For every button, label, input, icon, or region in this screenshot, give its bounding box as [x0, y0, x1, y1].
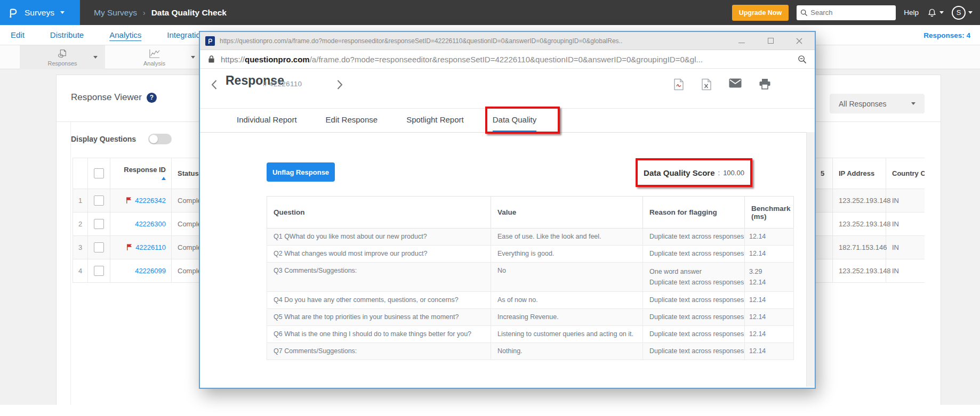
country-code-header[interactable]: Country Co: [886, 158, 925, 189]
benchmark-cell: 3.2912.14: [745, 263, 794, 292]
row-checkbox-cell: [88, 213, 110, 236]
subnav-item-analytics[interactable]: Analytics: [109, 30, 141, 39]
reason-cell: Duplicate text across responses: [643, 326, 745, 343]
tab-data-quality[interactable]: Data Quality: [493, 109, 537, 132]
help-link[interactable]: Help: [904, 9, 919, 17]
row-number: 4: [73, 259, 88, 283]
divider: [70, 122, 71, 405]
benchmark-cell: 12.14: [745, 309, 794, 326]
table-row: Q7 Comments/Suggestions: Nothing. Duplic…: [267, 343, 794, 360]
analysis-icon: [148, 48, 161, 59]
toolbar-analysis-label: Analysis: [143, 60, 165, 67]
minimize-button[interactable]: [738, 37, 745, 45]
toggle-knob: [149, 135, 158, 143]
breadcrumb-current: Data Quality Check: [151, 8, 227, 18]
tab-edit-response[interactable]: Edit Response: [326, 109, 378, 132]
toolbar-analysis-button[interactable]: Analysis: [105, 45, 204, 69]
chevron-down-icon: [60, 11, 65, 14]
display-questions-toggle[interactable]: [148, 134, 172, 144]
url-path: /a/frame.do?mode=responseeditor&response…: [310, 55, 703, 64]
response-id-link[interactable]: 42226342: [135, 197, 166, 205]
scrollbar[interactable]: [806, 132, 815, 387]
row-number-header: [73, 158, 88, 189]
upgrade-now-button[interactable]: Upgrade Now: [732, 5, 789, 21]
export-pdf-icon[interactable]: [673, 78, 684, 91]
toolbar-responses-button[interactable]: Responses: [20, 45, 105, 69]
toolbar-responses-label: Responses: [47, 60, 77, 67]
email-icon[interactable]: [729, 78, 742, 91]
subnav-item-edit[interactable]: Edit: [11, 30, 25, 39]
address-bar[interactable]: https://questionpro.com/a/frame.do?mode=…: [200, 50, 815, 69]
value-cell: Listening to customer queries and acting…: [491, 326, 643, 343]
response-tabs: Individual Report Edit Response Spotligh…: [237, 109, 536, 132]
table-row: Q3 Comments/Suggestions: No One word ans…: [267, 263, 794, 292]
top-navbar: Surveys My Surveys › Data Quality Check …: [0, 0, 980, 25]
question-cell: Q7 Comments/Suggestions:: [267, 343, 491, 360]
unflag-response-button[interactable]: Unflag Response: [267, 162, 335, 182]
breadcrumb-parent[interactable]: My Surveys: [94, 8, 137, 18]
row-checkbox[interactable]: [94, 219, 104, 229]
response-id-link[interactable]: 42226300: [135, 220, 166, 228]
value-cell: Everything is good.: [491, 246, 643, 263]
sort-ascending-icon: [162, 177, 166, 180]
product-switcher[interactable]: Surveys: [0, 0, 80, 25]
export-actions: [673, 78, 771, 91]
response-id-link[interactable]: 42226099: [135, 267, 166, 275]
subnav-item-distribute[interactable]: Distribute: [50, 30, 84, 39]
row-checkbox-cell: [88, 259, 110, 283]
maximize-button[interactable]: [767, 37, 774, 45]
response-id-header[interactable]: Response ID: [110, 158, 172, 189]
value-cell: No: [491, 263, 643, 292]
zoom-out-icon[interactable]: [798, 55, 807, 64]
question-cell: Q4 Do you have any other comments, quest…: [267, 292, 491, 309]
tab-spotlight-report[interactable]: Spotlight Report: [406, 109, 464, 132]
question-cell: Q6 What is the one thing I should do to …: [267, 326, 491, 343]
close-icon[interactable]: [796, 37, 803, 45]
chevron-down-icon: [93, 56, 98, 59]
q5-header[interactable]: 5: [815, 158, 833, 189]
lock-icon: [208, 55, 215, 63]
benchmark-cell: 12.14: [745, 292, 794, 309]
window-titlebar[interactable]: https://questionpro.com/a/frame.do?mode=…: [200, 32, 815, 50]
responses-filter-dropdown[interactable]: All Responses: [830, 94, 925, 113]
breadcrumb: My Surveys › Data Quality Check: [94, 0, 227, 25]
value-cell: Increasing Revenue.: [491, 309, 643, 326]
row-checkbox[interactable]: [94, 242, 104, 252]
window-controls: [738, 37, 806, 45]
q5-cell: [815, 189, 833, 213]
ip-address-header[interactable]: IP Address: [833, 158, 886, 189]
chevron-down-icon: [911, 102, 915, 105]
score-label: Data Quality Score: [644, 168, 714, 177]
flag-icon: [126, 243, 133, 251]
response-editor-window: https://questionpro.com/a/frame.do?mode=…: [199, 31, 816, 389]
data-quality-table: Question Value Reason for flagging Bench…: [267, 196, 794, 360]
global-search[interactable]: [797, 5, 896, 20]
next-response-button[interactable]: [336, 79, 343, 90]
avatar: S: [952, 6, 966, 20]
reason-cell: Duplicate text across responses: [643, 292, 745, 309]
tab-individual-report[interactable]: Individual Report: [237, 109, 297, 132]
search-input[interactable]: [810, 9, 892, 17]
select-all-checkbox[interactable]: [94, 168, 104, 178]
account-menu[interactable]: S: [952, 6, 973, 20]
row-checkbox[interactable]: [94, 195, 104, 206]
benchmark-cell: 12.14: [745, 229, 794, 246]
print-icon[interactable]: [759, 78, 771, 91]
row-checkbox[interactable]: [94, 266, 104, 276]
row-number: 1: [73, 189, 88, 213]
previous-response-button[interactable]: [211, 79, 218, 90]
table-row: Q1 QWhat do you like most about our new …: [267, 229, 794, 246]
help-icon[interactable]: ?: [147, 93, 157, 103]
breadcrumb-separator-icon: ›: [143, 9, 146, 17]
benchmark-cell: 12.14: [745, 246, 794, 263]
benchmark-cell: 12.14: [745, 343, 794, 360]
bell-icon: [927, 7, 937, 18]
response-id-link[interactable]: 42226110: [135, 243, 166, 251]
export-excel-icon[interactable]: [701, 78, 712, 91]
response-id-cell: 42226342: [110, 189, 172, 213]
responses-count: Responses: 4: [923, 25, 970, 45]
flag-icon: [125, 197, 132, 204]
question-cell: Q3 Comments/Suggestions:: [267, 263, 491, 292]
response-id-cell: 42226300: [110, 213, 172, 236]
notifications-menu[interactable]: [927, 7, 944, 18]
